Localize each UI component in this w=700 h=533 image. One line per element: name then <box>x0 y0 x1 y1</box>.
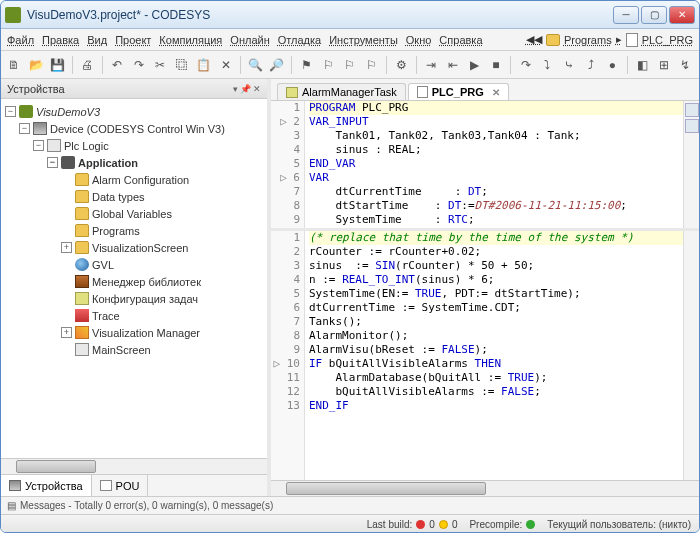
close-tab-icon[interactable]: ✕ <box>492 87 500 98</box>
find-button[interactable]: 🔍 <box>246 55 265 75</box>
implementation-pane[interactable]: 123456789▷ 10111213 (* replace that time… <box>271 231 699 480</box>
menu-file[interactable]: Файл <box>7 34 34 46</box>
bookmark2-button[interactable]: ⚐ <box>319 55 338 75</box>
editor-tab-plcprg[interactable]: PLC_PRG✕ <box>408 83 509 100</box>
tab-pou[interactable]: POU <box>92 475 149 496</box>
breadcrumb-programs[interactable]: Programs <box>564 34 612 46</box>
editor-scrollbar[interactable] <box>271 480 699 496</box>
step-button[interactable]: ↷ <box>516 55 535 75</box>
panel-close-icon[interactable]: ✕ <box>253 84 261 94</box>
error-icon <box>416 520 425 529</box>
open-button[interactable]: 📂 <box>27 55 46 75</box>
horizontal-scrollbar[interactable] <box>1 458 267 474</box>
tree-taskcfg[interactable]: Конфигурация задач <box>92 293 198 305</box>
breadcrumb-back-icon[interactable]: ◀◀ <box>526 33 542 46</box>
findnext-button[interactable]: 🔎 <box>268 55 287 75</box>
logout-button[interactable]: ⇤ <box>443 55 462 75</box>
tree-expander[interactable]: − <box>19 123 30 134</box>
stepout-button[interactable]: ⤴ <box>581 55 600 75</box>
start-button[interactable]: ▶ <box>465 55 484 75</box>
new-button[interactable]: 🗎 <box>5 55 24 75</box>
tool1-button[interactable]: ◧ <box>633 55 652 75</box>
tree-globals[interactable]: Global Variables <box>92 208 172 220</box>
tree-app[interactable]: Application <box>78 157 138 169</box>
window-title: VisuDemoV3.project* - CODESYS <box>27 8 613 22</box>
menu-project[interactable]: Проект <box>115 34 151 46</box>
stop-button[interactable]: ■ <box>487 55 506 75</box>
tree-mainscreen[interactable]: MainScreen <box>92 344 151 356</box>
screen-icon <box>75 343 89 356</box>
delete-button[interactable]: ✕ <box>216 55 235 75</box>
maximize-button[interactable]: ▢ <box>641 6 667 24</box>
menu-debug[interactable]: Отладка <box>278 34 321 46</box>
tree-plc[interactable]: Plc Logic <box>64 140 109 152</box>
breadcrumb-file[interactable]: PLC_PRG <box>642 34 693 46</box>
menu-edit[interactable]: Правка <box>42 34 79 46</box>
side-strip <box>683 101 699 228</box>
redo-button[interactable]: ↷ <box>129 55 148 75</box>
breakpoint-button[interactable]: ● <box>603 55 622 75</box>
tree-expander[interactable]: − <box>33 140 44 151</box>
tree-expander[interactable]: + <box>61 327 72 338</box>
login-button[interactable]: ⇥ <box>421 55 440 75</box>
tree-expander[interactable]: − <box>47 157 58 168</box>
messages-bar[interactable]: ▤ Messages - Totally 0 error(s), 0 warni… <box>1 496 699 514</box>
paste-button[interactable]: 📋 <box>194 55 213 75</box>
bookmark4-button[interactable]: ⚐ <box>362 55 381 75</box>
device-icon <box>33 122 47 135</box>
menu-tools[interactable]: Инструменты <box>329 34 398 46</box>
editor-tab-alarm[interactable]: AlarmManagerTask <box>277 83 406 100</box>
stepover-button[interactable]: ⤵ <box>538 55 557 75</box>
tree-trace[interactable]: Trace <box>92 310 120 322</box>
messages-text: Messages - Totally 0 error(s), 0 warning… <box>20 500 273 511</box>
config-icon <box>75 292 89 305</box>
folder-icon <box>75 173 89 186</box>
minimize-button[interactable]: ─ <box>613 6 639 24</box>
bookmark-button[interactable]: ⚑ <box>297 55 316 75</box>
declaration-pane[interactable]: 1▷ 2345▷ 6789 PROGRAM PLC_PRG VAR_INPUT … <box>271 101 699 231</box>
close-button[interactable]: ✕ <box>669 6 695 24</box>
scroll-thumb[interactable] <box>16 460 96 473</box>
menu-build[interactable]: Компиляция <box>159 34 222 46</box>
folder-icon <box>75 224 89 237</box>
print-button[interactable]: 🖨 <box>78 55 97 75</box>
view-button[interactable] <box>685 103 699 117</box>
file-icon <box>100 480 112 491</box>
tool2-button[interactable]: ⊞ <box>654 55 673 75</box>
tree-datatypes[interactable]: Data types <box>92 191 145 203</box>
menu-view[interactable]: Вид <box>87 34 107 46</box>
panel-dropdown-icon[interactable]: ▾ <box>233 84 238 94</box>
tree-root[interactable]: VisuDemoV3 <box>36 106 100 118</box>
view-button[interactable] <box>685 119 699 133</box>
status-bar: Last build:00 Precompile: Текущий пользо… <box>1 514 699 533</box>
device-tree[interactable]: −VisuDemoV3 −Device (CODESYS Control Win… <box>1 99 267 458</box>
menu-window[interactable]: Окно <box>406 34 432 46</box>
cut-button[interactable]: ✂ <box>151 55 170 75</box>
build-button[interactable]: ⚙ <box>392 55 411 75</box>
task-icon <box>286 87 298 98</box>
save-button[interactable]: 💾 <box>48 55 67 75</box>
tree-visuscreen[interactable]: VisualizationScreen <box>92 242 188 254</box>
copy-button[interactable]: ⿻ <box>173 55 192 75</box>
folder-icon <box>546 34 560 46</box>
tree-alarm[interactable]: Alarm Configuration <box>92 174 189 186</box>
tree-expander[interactable]: − <box>5 106 16 117</box>
bookmark3-button[interactable]: ⚐ <box>341 55 360 75</box>
chevron-right-icon: ▸ <box>616 33 622 46</box>
tree-expander[interactable]: + <box>61 242 72 253</box>
stepin-button[interactable]: ⤷ <box>560 55 579 75</box>
panel-pin-icon[interactable]: 📌 <box>240 84 251 94</box>
undo-button[interactable]: ↶ <box>108 55 127 75</box>
tool3-button[interactable]: ↯ <box>676 55 695 75</box>
menu-online[interactable]: Онлайн <box>230 34 269 46</box>
scroll-thumb[interactable] <box>286 482 486 495</box>
app-icon <box>5 7 21 23</box>
tree-visman[interactable]: Visualization Manager <box>92 327 200 339</box>
tree-gvl[interactable]: GVL <box>92 259 114 271</box>
tree-lib[interactable]: Менеджер библиотек <box>92 276 201 288</box>
tree-programs[interactable]: Programs <box>92 225 140 237</box>
breadcrumb: ◀◀ Programs ▸ PLC_PRG <box>526 33 693 47</box>
tab-devices[interactable]: Устройства <box>1 475 92 496</box>
tree-device[interactable]: Device (CODESYS Control Win V3) <box>50 123 225 135</box>
menu-help[interactable]: Справка <box>439 34 482 46</box>
